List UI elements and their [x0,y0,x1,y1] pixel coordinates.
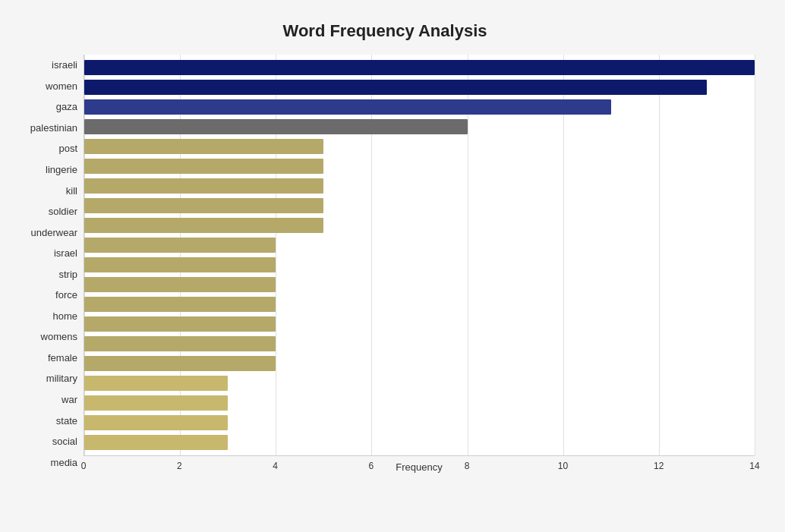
bar [84,415,228,430]
y-label: social [52,431,77,452]
y-label: kill [66,180,77,201]
bar-row [84,156,755,176]
bar-row [84,393,755,413]
bar [84,316,276,332]
bar [84,336,276,351]
bar [84,395,228,411]
y-label: gaza [56,96,77,118]
bar-row [84,433,755,452]
chart-area: israeliwomengazapalestinianpostlingeriek… [15,55,755,473]
bar [84,178,323,194]
x-tick: 8 [465,461,470,471]
bar [84,356,276,371]
bar [84,80,707,95]
bar-row [84,176,755,196]
x-tick: 4 [273,461,278,471]
y-label: lingerie [46,159,77,181]
bar-row [84,314,755,334]
y-label: palestinian [30,118,77,139]
y-label: media [51,452,77,473]
chart-title: Word Frequency Analysis [15,15,755,41]
bar [84,257,276,272]
bar-row [84,373,755,393]
bar [84,297,276,312]
y-label: soldier [49,201,77,222]
bar-row [84,334,755,354]
bar [84,376,228,391]
bar [84,198,323,213]
bars-section [84,55,755,456]
y-label: military [46,368,77,389]
bar-row [84,255,755,275]
chart-container: Word Frequency Analysis israeliwomengaza… [0,0,785,532]
y-label: womens [41,326,77,348]
bar [84,238,276,253]
y-label: women [46,76,77,97]
y-label: female [48,348,77,369]
bar-row [84,77,755,97]
x-tick: 2 [177,461,182,471]
y-label: israeli [52,55,77,76]
bar-row [84,58,755,77]
bars-and-xaxis: 02468101214 Frequency [84,55,755,473]
bar-row [84,97,755,117]
bar [84,60,755,75]
y-label: strip [58,263,77,285]
bar-row [84,413,755,433]
x-axis: 02468101214 Frequency [84,456,755,473]
x-axis-title: Frequency [396,461,442,473]
x-tick: 12 [654,461,664,471]
x-tick: 10 [558,461,568,471]
bar-row [84,354,755,373]
bar [84,119,468,134]
bar-row [84,275,755,294]
y-label: state [56,410,77,431]
bar-row [84,196,755,216]
bar [84,99,611,115]
bar [84,218,323,233]
bar-row [84,117,755,137]
x-tick: 6 [369,461,374,471]
bar [84,277,276,292]
grid-line [755,55,755,455]
y-label: underwear [31,222,77,243]
x-tick: 14 [749,461,759,471]
bar-row [84,137,755,156]
y-label: war [61,389,77,411]
bar [84,139,323,154]
y-labels: israeliwomengazapalestinianpostlingeriek… [15,55,84,473]
bar [84,159,323,174]
bar-row [84,235,755,255]
y-label: post [58,138,77,159]
y-label: force [55,285,77,306]
bar [84,435,228,450]
bar-row [84,216,755,235]
y-label: israel [54,243,77,264]
bar-row [84,294,755,314]
y-label: home [52,306,77,327]
x-tick: 0 [81,461,87,471]
